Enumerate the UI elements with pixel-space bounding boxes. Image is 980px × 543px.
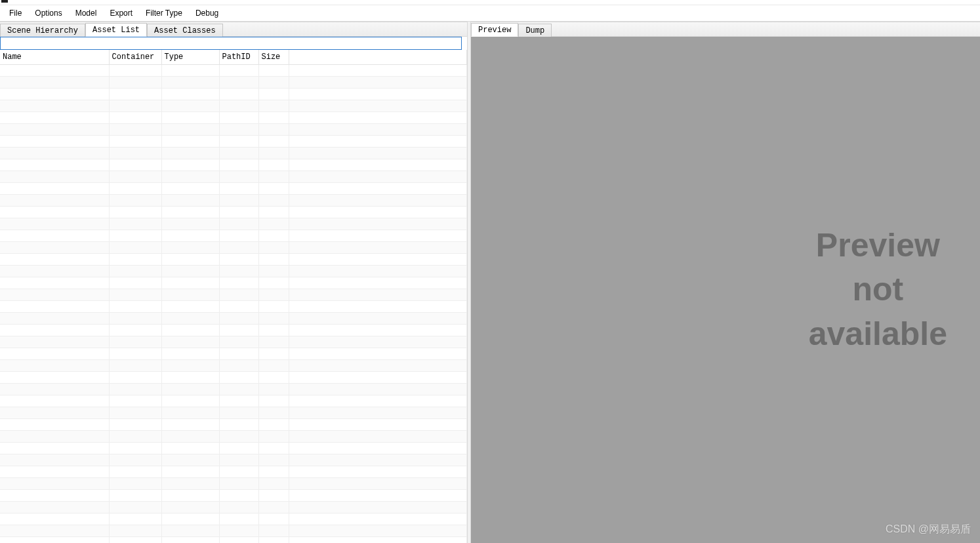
table-row[interactable] [0,242,467,254]
table-row[interactable] [0,360,467,372]
left-panel: Scene Hierarchy Asset List Asset Classes… [0,22,467,543]
menu-debug[interactable]: Debug [189,6,225,20]
table-row[interactable] [0,478,467,490]
table-row[interactable] [0,348,467,360]
table-row[interactable] [0,372,467,384]
table-row[interactable] [0,171,467,183]
table-row[interactable] [0,502,467,513]
table-row[interactable] [0,301,467,313]
asset-table[interactable]: Name Container Type PathID Size [0,50,467,543]
col-header-pathid[interactable]: PathID [219,50,258,65]
table-row[interactable] [0,77,467,89]
table-row[interactable] [0,183,467,195]
table-row[interactable] [0,266,467,277]
table-row[interactable] [0,218,467,230]
table-row[interactable] [0,230,467,242]
table-header-row: Name Container Type PathID Size [0,50,467,65]
table-row[interactable] [0,513,467,525]
table-row[interactable] [0,136,467,148]
table-row[interactable] [0,443,467,454]
menu-filter-type[interactable]: Filter Type [139,6,189,20]
table-row[interactable] [0,395,467,407]
table-row[interactable] [0,159,467,171]
menu-options[interactable]: Options [28,6,68,20]
table-row[interactable] [0,466,467,478]
table-row[interactable] [0,195,467,207]
table-row[interactable] [0,431,467,443]
table-row[interactable] [0,112,467,124]
titlebar [0,0,980,5]
table-row[interactable] [0,407,467,419]
menu-bar: File Options Model Export Filter Type De… [0,5,980,22]
tab-asset-list[interactable]: Asset List [85,23,147,37]
preview-area: Previewnotavailable [471,37,980,543]
table-row[interactable] [0,537,467,544]
col-header-name[interactable]: Name [0,50,109,65]
table-row[interactable] [0,289,467,301]
right-tabstrip: Preview Dump [471,22,980,37]
asset-filter-input[interactable] [0,37,462,50]
table-row[interactable] [0,277,467,289]
table-row[interactable] [0,65,467,77]
table-row[interactable] [0,525,467,537]
menu-export[interactable]: Export [103,6,139,20]
table-row[interactable] [0,419,467,431]
table-row[interactable] [0,89,467,100]
table-row[interactable] [0,313,467,325]
right-panel: Preview Dump Previewnotavailable [471,22,980,543]
table-row[interactable] [0,207,467,218]
table-row[interactable] [0,490,467,502]
col-header-container[interactable]: Container [109,50,161,65]
tab-asset-classes[interactable]: Asset Classes [147,24,223,37]
main-split: Scene Hierarchy Asset List Asset Classes… [0,22,980,543]
table-row[interactable] [0,325,467,336]
col-header-type[interactable]: Type [161,50,219,65]
tab-dump[interactable]: Dump [518,24,552,37]
table-row[interactable] [0,148,467,159]
table-row[interactable] [0,454,467,466]
table-row[interactable] [0,100,467,112]
menu-file[interactable]: File [3,6,28,20]
menu-model[interactable]: Model [69,6,104,20]
left-tabstrip: Scene Hierarchy Asset List Asset Classes [0,22,467,37]
table-row[interactable] [0,336,467,348]
preview-unavailable-text: Previewnotavailable [809,224,947,357]
tab-scene-hierarchy[interactable]: Scene Hierarchy [0,24,85,37]
col-header-size[interactable]: Size [258,50,289,65]
table-row[interactable] [0,384,467,395]
app-icon [1,0,8,3]
tab-preview[interactable]: Preview [471,23,518,37]
col-header-rest [289,50,467,65]
table-row[interactable] [0,254,467,266]
table-row[interactable] [0,124,467,136]
